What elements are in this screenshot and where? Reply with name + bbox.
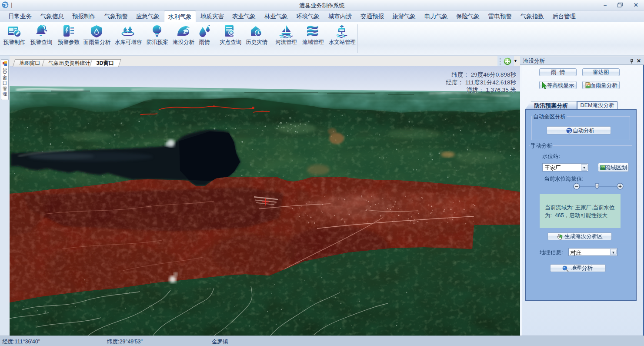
svg-text:海拔： 1,376.35 米: 海拔： 1,376.35 米: [467, 87, 516, 93]
svg-text:经度： 111度31分42.618秒: 经度： 111度31分42.618秒: [446, 79, 516, 86]
svg-text:纬度： 29度46分0.898秒: 纬度： 29度46分0.898秒: [451, 71, 516, 78]
